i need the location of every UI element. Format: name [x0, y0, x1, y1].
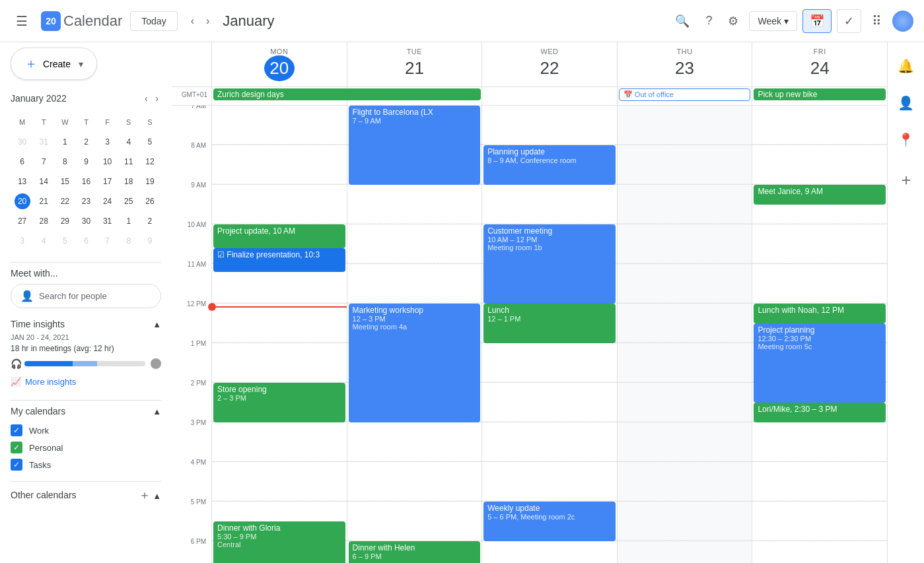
allday-event-zurich[interactable]: Zurich design days [213, 88, 481, 100]
mini-cal-day[interactable]: 5 [55, 232, 75, 250]
calendar-event[interactable]: Planning update8 – 9 AM, Conference room [483, 145, 616, 185]
calendar-event[interactable]: Store opening2 – 3 PM [213, 383, 345, 422]
mini-cal-day[interactable]: 14 [34, 172, 53, 191]
day-header-number[interactable]: 23 [670, 55, 700, 81]
search-button[interactable]: 🔍 [670, 9, 695, 34]
mini-cal-day[interactable]: 5 [140, 133, 160, 151]
calendar-event[interactable]: Project update, 10 AM [213, 224, 345, 248]
mini-cal-day[interactable]: 1 [119, 212, 139, 230]
mini-cal-day[interactable]: 7 [34, 152, 53, 171]
right-sidebar-notifications-icon[interactable]: 🔔 [892, 53, 919, 79]
mini-cal-day[interactable]: 7 [98, 232, 118, 250]
day-header-number[interactable]: 20 [264, 55, 295, 81]
mini-cal-day[interactable]: 22 [55, 192, 75, 211]
mini-cal-day[interactable]: 4 [119, 133, 139, 151]
day-header-number[interactable]: 21 [399, 55, 429, 81]
calendar-event[interactable]: ☑ Finalize presentation, 10:3 [213, 248, 345, 272]
mini-cal-day[interactable]: 23 [76, 192, 96, 211]
mini-cal-day[interactable]: 25 [119, 192, 139, 211]
calendar-checkbox[interactable]: ✓ [11, 459, 22, 471]
right-sidebar-add-icon[interactable]: ＋ [893, 164, 919, 195]
mini-cal-day[interactable]: 2 [140, 212, 160, 230]
calendar-item[interactable]: ✓Work [11, 422, 161, 439]
day-column[interactable] [617, 106, 752, 563]
my-calendars-header[interactable]: My calendars ▲ [11, 406, 161, 416]
calendar-event[interactable]: Lunch12 – 1 PM [483, 304, 616, 343]
mini-cal-day[interactable]: 27 [12, 212, 32, 230]
day-header-cell[interactable]: THU23 [617, 42, 752, 86]
mini-cal-next[interactable]: › [153, 90, 161, 106]
mini-cal-day[interactable]: 1 [55, 133, 75, 151]
mini-cal-day[interactable]: 12 [140, 152, 160, 171]
day-column[interactable]: Planning update8 – 9 AM, Conference room… [481, 106, 617, 563]
day-column[interactable]: Meet Janice, 9 AMLunch with Noah, 12 PMP… [752, 106, 887, 563]
calendar-event[interactable]: Lori/Mike, 2:30 – 3 PM [754, 403, 886, 422]
day-header-number[interactable]: 24 [804, 55, 835, 81]
mini-cal-day[interactable]: 26 [140, 192, 160, 211]
day-header-cell[interactable]: TUE21 [347, 42, 482, 86]
tasks-button[interactable]: ✓ [837, 9, 861, 33]
allday-cell[interactable]: 📅 Out of office [617, 87, 752, 105]
mini-cal-day[interactable]: 30 [12, 133, 32, 151]
calendar-event[interactable]: Weekly update5 – 6 PM, Meeting room 2c [483, 502, 616, 541]
mini-cal-prev[interactable]: ‹ [142, 90, 151, 106]
search-people-input[interactable]: 👤 Search for people [11, 284, 161, 308]
mini-cal-day[interactable]: 4 [34, 232, 53, 250]
calendar-item[interactable]: ✓Personal [11, 439, 161, 456]
help-button[interactable]: ? [700, 9, 717, 33]
calendar-event[interactable]: Flight to Barcelona (LX7 – 9 AM [349, 106, 481, 185]
apps-icon[interactable]: ⠿ [867, 8, 887, 34]
user-avatar[interactable] [892, 11, 913, 32]
day-header-cell[interactable]: WED22 [481, 42, 617, 86]
mini-cal-day[interactable]: 31 [98, 212, 118, 230]
calendar-checkbox[interactable]: ✓ [11, 424, 22, 436]
day-header-number[interactable]: 22 [534, 55, 565, 81]
calendar-event[interactable]: Dinner with Helen6 – 9 PM [349, 541, 481, 563]
other-calendars-header[interactable]: Other calendars ＋ ▲ [11, 487, 161, 503]
mini-cal-day[interactable]: 19 [140, 172, 160, 191]
mini-cal-day[interactable]: 6 [12, 152, 32, 171]
calendar-event[interactable]: Dinner with Gloria5:30 – 9 PMCentral [213, 521, 345, 563]
mini-cal-day[interactable]: 21 [34, 192, 53, 211]
calendar-event[interactable]: Project planning12:30 – 2:30 PMMeeting r… [754, 323, 886, 403]
insights-chevron-icon[interactable]: ▲ [153, 319, 161, 329]
allday-event-pickup-bike[interactable]: Pick up new bike [754, 88, 886, 100]
calendar-event[interactable]: Lunch with Noah, 12 PM [754, 304, 886, 323]
right-sidebar-location-icon[interactable]: 📍 [892, 127, 919, 153]
mini-cal-day[interactable]: 11 [119, 152, 139, 171]
mini-cal-day[interactable]: 17 [98, 172, 118, 191]
time-grid-container[interactable]: 7 AM8 AM9 AM10 AM11 AM12 PM1 PM2 PM3 PM4… [172, 106, 887, 563]
allday-cell[interactable]: Pick up new bike [752, 87, 887, 105]
mini-cal-day[interactable]: 9 [140, 232, 160, 250]
mini-cal-day[interactable]: 9 [76, 152, 96, 171]
mini-cal-day[interactable]: 31 [34, 133, 53, 151]
create-button[interactable]: ＋ Create ▾ [11, 48, 97, 80]
day-header-cell[interactable]: MON20 [211, 42, 347, 86]
mini-cal-day[interactable]: 29 [55, 212, 75, 230]
mini-cal-day[interactable]: 28 [34, 212, 53, 230]
mini-cal-day[interactable]: 18 [119, 172, 139, 191]
menu-icon[interactable]: ☰ [11, 8, 33, 34]
mini-cal-day[interactable]: 16 [76, 172, 96, 191]
calendar-item[interactable]: ✓Tasks [11, 456, 161, 473]
mini-cal-day[interactable]: 20 [12, 192, 32, 211]
mini-cal-day[interactable]: 3 [98, 133, 118, 151]
calendar-view-button[interactable]: 📅 [802, 9, 832, 33]
day-header-cell[interactable]: FRI24 [752, 42, 887, 86]
mini-cal-day[interactable]: 24 [98, 192, 118, 211]
day-column[interactable]: Project update, 10 AM☑ Finalize presenta… [211, 106, 347, 563]
mini-cal-day[interactable]: 8 [55, 152, 75, 171]
allday-event-out-of-office[interactable]: 📅 Out of office [619, 88, 751, 101]
view-selector[interactable]: Week ▾ [749, 11, 797, 31]
calendar-event[interactable]: Customer meeting10 AM – 12 PMMeeting roo… [483, 224, 616, 304]
mini-cal-day[interactable]: 30 [76, 212, 96, 230]
next-arrow[interactable]: › [201, 10, 215, 32]
prev-arrow[interactable]: ‹ [186, 10, 199, 32]
day-column[interactable]: Flight to Barcelona (LX7 – 9 AMMarketing… [347, 106, 482, 563]
mini-cal-day[interactable]: 8 [119, 232, 139, 250]
mini-cal-day[interactable]: 3 [12, 232, 32, 250]
today-button[interactable]: Today [130, 11, 177, 31]
calendar-event[interactable]: Marketing workshop12 – 3 PMMeeting room … [349, 304, 481, 422]
mini-cal-day[interactable]: 2 [76, 133, 96, 151]
mini-cal-day[interactable]: 6 [76, 232, 96, 250]
